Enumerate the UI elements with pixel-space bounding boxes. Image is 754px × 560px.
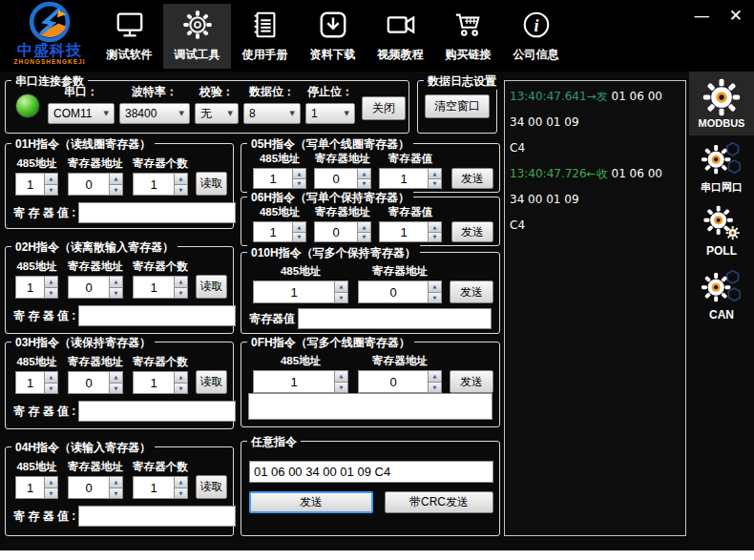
minimize-button[interactable]: — — [694, 6, 710, 25]
register-count-value[interactable]: 1 — [133, 173, 174, 196]
spinner-up-icon[interactable]: ▲ — [109, 276, 123, 288]
spinner-down-icon[interactable]: ▼ — [109, 288, 123, 300]
register-addr-spinner[interactable]: 0 ▲▼ — [68, 173, 123, 196]
register-value[interactable]: 1 — [379, 168, 428, 189]
spinner-up-icon[interactable]: ▲ — [428, 168, 442, 179]
spinner-down-icon[interactable]: ▼ — [334, 293, 348, 304]
spinner-up-icon[interactable]: ▲ — [109, 371, 123, 384]
send-button[interactable]: 发送 — [249, 491, 373, 513]
register-value[interactable]: 1 — [379, 221, 428, 242]
spinner-up-icon[interactable]: ▲ — [174, 371, 188, 384]
spinner-up-icon[interactable]: ▲ — [334, 280, 348, 293]
register-addr-spinner[interactable]: 0 ▲▼ — [314, 221, 371, 242]
addr-value[interactable]: 1 — [15, 476, 44, 499]
parity-select[interactable]: 无 ▼ — [195, 103, 239, 124]
register-addr-value[interactable]: 0 — [358, 370, 428, 393]
register-addr-spinner[interactable]: 0 ▲▼ — [358, 280, 442, 303]
send-button[interactable]: 发送 — [451, 221, 493, 242]
sidebar-item-serial-net[interactable]: 串口网口 — [689, 135, 754, 199]
addr-spinner[interactable]: 1 ▲▼ — [253, 168, 306, 189]
spinner-down-icon[interactable]: ▼ — [428, 293, 442, 304]
read-button[interactable]: 读取 — [196, 370, 227, 394]
addr-spinner[interactable]: 1 ▲▼ — [15, 371, 58, 394]
spinner-up-icon[interactable]: ▲ — [174, 476, 188, 488]
register-addr-value[interactable]: 0 — [314, 221, 357, 242]
toolbar-item-debug-tool[interactable]: 调试工具 — [163, 4, 231, 69]
addr-value[interactable]: 1 — [15, 371, 44, 394]
spinner-up-icon[interactable]: ▲ — [357, 221, 371, 233]
databits-select[interactable]: 8 ▼ — [243, 103, 301, 124]
spinner-up-icon[interactable]: ▲ — [428, 221, 442, 233]
register-addr-value[interactable]: 0 — [68, 276, 109, 299]
spinner-up-icon[interactable]: ▲ — [428, 370, 442, 383]
close-button[interactable]: ✕ — [729, 6, 743, 25]
send-button[interactable]: 发送 — [450, 370, 493, 393]
stopbits-select[interactable]: 1 ▼ — [305, 103, 355, 124]
register-addr-value[interactable]: 0 — [358, 280, 428, 303]
baud-select[interactable]: 38400 ▼ — [119, 103, 190, 124]
register-addr-value[interactable]: 0 — [68, 476, 109, 499]
addr-value[interactable]: 1 — [253, 370, 334, 393]
toolbar-item-download[interactable]: 资料下载 — [299, 4, 367, 69]
clear-window-button[interactable]: 清空窗口 — [425, 94, 490, 118]
custom-command-input[interactable] — [249, 461, 493, 483]
register-addr-value[interactable]: 0 — [314, 168, 357, 189]
spinner-down-icon[interactable]: ▼ — [109, 384, 123, 395]
addr-value[interactable]: 1 — [15, 276, 44, 299]
sidebar-item-can[interactable]: CAN — [689, 263, 754, 327]
spinner-down-icon[interactable]: ▼ — [428, 233, 442, 243]
register-value-input[interactable] — [78, 506, 236, 527]
register-value-input[interactable] — [78, 305, 236, 326]
addr-value[interactable]: 1 — [15, 173, 44, 196]
register-value-input[interactable] — [298, 308, 492, 329]
spinner-up-icon[interactable]: ▲ — [44, 476, 58, 488]
addr-spinner[interactable]: 1 ▲▼ — [15, 173, 58, 196]
spinner-down-icon[interactable]: ▼ — [174, 185, 188, 197]
spinner-down-icon[interactable]: ▼ — [357, 233, 371, 243]
data-log-panel[interactable]: 13:40:47.641→发 01 06 00 34 00 01 09 C4 1… — [504, 80, 686, 536]
register-addr-spinner[interactable]: 0 ▲▼ — [68, 476, 123, 499]
toolbar-item-company-info[interactable]: i 公司信息 — [502, 4, 570, 69]
spinner-up-icon[interactable]: ▲ — [334, 370, 348, 383]
spinner-up-icon[interactable]: ▲ — [292, 221, 306, 233]
register-addr-spinner[interactable]: 0 ▲▼ — [68, 276, 123, 299]
sidebar-item-modbus[interactable]: MODBUS — [689, 72, 754, 135]
register-value-input[interactable] — [78, 202, 236, 223]
spinner-down-icon[interactable]: ▼ — [44, 185, 58, 197]
register-values-input[interactable] — [248, 393, 492, 420]
spinner-up-icon[interactable]: ▲ — [357, 168, 371, 179]
spinner-down-icon[interactable]: ▼ — [334, 383, 348, 394]
register-count-spinner[interactable]: 1 ▲▼ — [133, 276, 188, 299]
port-select[interactable]: COM11 ▼ — [48, 103, 115, 124]
spinner-up-icon[interactable]: ▲ — [44, 276, 58, 288]
spinner-up-icon[interactable]: ▲ — [174, 173, 188, 185]
register-value-spinner[interactable]: 1 ▲▼ — [379, 221, 442, 242]
addr-spinner[interactable]: 1 ▲▼ — [15, 476, 58, 499]
register-count-spinner[interactable]: 1 ▲▼ — [133, 476, 188, 499]
register-count-spinner[interactable]: 1 ▲▼ — [133, 173, 188, 196]
spinner-up-icon[interactable]: ▲ — [174, 276, 188, 288]
spinner-down-icon[interactable]: ▼ — [428, 179, 442, 190]
register-addr-spinner[interactable]: 0 ▲▼ — [314, 168, 371, 189]
register-addr-spinner[interactable]: 0 ▲▼ — [358, 370, 442, 393]
spinner-down-icon[interactable]: ▼ — [174, 384, 188, 395]
spinner-down-icon[interactable]: ▼ — [174, 288, 188, 300]
toolbar-item-video-tutorial[interactable]: 视频教程 — [367, 4, 434, 69]
sidebar-item-poll[interactable]: POLL — [689, 199, 754, 263]
toolbar-item-test-software[interactable]: 测试软件 — [95, 4, 163, 69]
spinner-up-icon[interactable]: ▲ — [109, 173, 123, 185]
register-addr-spinner[interactable]: 0 ▲▼ — [68, 371, 123, 394]
register-addr-value[interactable]: 0 — [68, 371, 109, 394]
register-count-value[interactable]: 1 — [133, 276, 174, 299]
send-button[interactable]: 发送 — [451, 168, 493, 189]
register-addr-value[interactable]: 0 — [68, 173, 109, 196]
spinner-down-icon[interactable]: ▼ — [428, 383, 442, 394]
addr-spinner[interactable]: 1 ▲▼ — [253, 221, 306, 242]
spinner-down-icon[interactable]: ▼ — [174, 488, 188, 500]
register-count-value[interactable]: 1 — [133, 476, 174, 499]
read-button[interactable]: 读取 — [196, 475, 227, 499]
addr-spinner[interactable]: 1 ▲▼ — [253, 370, 348, 393]
read-button[interactable]: 读取 — [196, 275, 227, 299]
toolbar-item-user-manual[interactable]: 使用手册 — [231, 4, 299, 69]
send-with-crc-button[interactable]: 带CRC发送 — [385, 491, 493, 513]
